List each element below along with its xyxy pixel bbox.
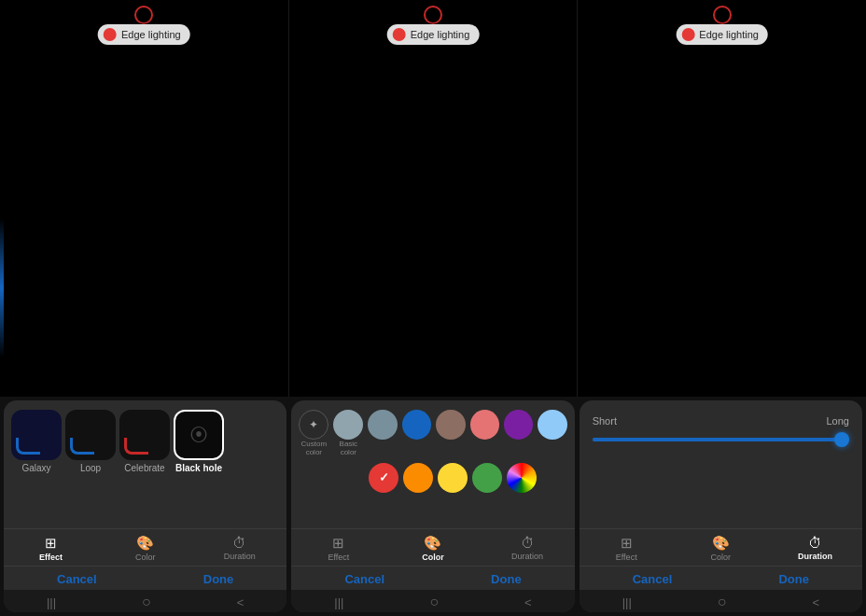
edge-dot-3 — [681, 28, 694, 41]
effect-celebrate-label: Celebrate — [124, 463, 164, 473]
color-purple[interactable] — [504, 410, 533, 440]
effect-galaxy[interactable]: Galaxy — [11, 410, 62, 473]
color-blue1[interactable] — [368, 410, 397, 440]
tab-effect-1-label: Effect — [39, 553, 63, 562]
tab-effect-1[interactable]: ⊞ Effect — [4, 529, 98, 566]
color-rainbow[interactable] — [507, 463, 537, 493]
effect-galaxy-label: Galaxy — [21, 463, 50, 473]
nav-home-1[interactable]: ○ — [142, 594, 151, 610]
color-cancel[interactable]: Cancel — [344, 572, 384, 586]
effect-actions: Cancel Done — [4, 566, 286, 590]
color-custom-label: Customcolor — [301, 441, 328, 457]
edge-label-1: Edge lighting — [121, 29, 181, 40]
edge-label-3: Edge lighting — [699, 29, 759, 40]
slider-min-label: Short — [593, 415, 617, 427]
notif-ring-3 — [713, 6, 732, 24]
nav-menu-3[interactable]: ||| — [622, 595, 632, 609]
tab-color-1-label: Color — [135, 553, 156, 562]
effect-nav: ||| ○ < — [4, 590, 286, 612]
nav-home-2[interactable]: ○ — [429, 594, 439, 610]
color-green[interactable] — [472, 463, 502, 493]
tab-duration-3[interactable]: ⏱ Duration — [768, 529, 862, 566]
tab-effect-2[interactable]: ⊞ Effect — [291, 529, 385, 566]
effect-cancel[interactable]: Cancel — [57, 572, 97, 586]
phone-panel-3: Edge lighting — [578, 0, 866, 397]
color-done[interactable]: Done — [491, 572, 522, 586]
nav-back-3[interactable]: < — [812, 595, 819, 609]
nav-menu-1[interactable]: ||| — [47, 595, 56, 609]
color-pink[interactable] — [470, 410, 499, 440]
phone-panel-2: Edge lighting — [289, 0, 579, 397]
effect-blackhole[interactable]: ⦿ Black hole — [174, 410, 224, 473]
nav-back-2[interactable]: < — [524, 595, 532, 609]
notif-ring-2 — [424, 6, 442, 24]
tab-color-3[interactable]: 🎨 Color — [674, 529, 768, 566]
duration-nav: ||| ○ < — [580, 590, 862, 612]
tab-color-3-label: Color — [711, 553, 732, 562]
color-basic-label: Basiccolor — [340, 441, 358, 457]
edge-label-2: Edge lighting — [411, 29, 470, 40]
duration-tab-bar: ⊞ Effect 🎨 Color ⏱ Duration — [580, 528, 862, 566]
color-brown[interactable] — [436, 410, 465, 440]
effect-done[interactable]: Done — [203, 572, 234, 586]
color-nav: ||| ○ < — [291, 590, 574, 612]
effect-loop-label: Loop — [80, 463, 101, 473]
color-actions: Cancel Done — [291, 566, 574, 590]
tab-duration-1[interactable]: ⏱ Duration — [192, 529, 286, 566]
tab-duration-3-label: Duration — [798, 552, 832, 561]
tab-effect-2-label: Effect — [328, 553, 349, 562]
duration-done[interactable]: Done — [778, 572, 809, 586]
tab-color-2[interactable]: 🎨 Color — [385, 529, 480, 566]
effect-tab-bar: ⊞ Effect 🎨 Color ⏱ Duration — [4, 528, 286, 566]
nav-menu-2[interactable]: ||| — [334, 595, 343, 609]
effect-celebrate[interactable]: Celebrate — [119, 410, 170, 473]
duration-actions: Cancel Done — [580, 566, 862, 590]
tab-effect-3-label: Effect — [616, 553, 637, 562]
color-orange[interactable] — [403, 463, 433, 493]
slider-track[interactable] — [593, 438, 849, 441]
slider-thumb[interactable] — [834, 432, 849, 447]
edge-dot-1 — [104, 28, 117, 41]
edge-lighting-badge-2[interactable]: Edge lighting — [387, 24, 480, 45]
color-tab-bar: ⊞ Effect 🎨 Color ⏱ Duration — [291, 528, 574, 566]
edge-dot-2 — [393, 28, 406, 41]
color-card: ✦ Customcolor Basiccolor — [291, 400, 574, 612]
color-red[interactable]: ✓ — [369, 463, 398, 493]
effect-card: Galaxy Loop Celebrate — [4, 400, 286, 612]
tab-color-1[interactable]: 🎨 Color — [98, 529, 192, 566]
slider-max-label: Long — [827, 415, 849, 427]
nav-back-1[interactable]: < — [237, 595, 244, 609]
nav-home-3[interactable]: ○ — [718, 594, 727, 610]
notif-ring-1 — [134, 6, 153, 24]
tab-effect-3[interactable]: ⊞ Effect — [580, 529, 674, 566]
color-lightblue[interactable] — [538, 410, 566, 440]
tab-duration-1-label: Duration — [224, 552, 256, 561]
phone-panel-1: Edge lighting — [0, 0, 289, 397]
effect-loop[interactable]: Loop — [65, 410, 116, 473]
effect-blackhole-label: Black hole — [175, 463, 222, 473]
tab-duration-2[interactable]: ⏱ Duration — [481, 529, 575, 566]
color-basic[interactable]: Basiccolor — [333, 410, 363, 457]
edge-glow-1 — [0, 218, 4, 357]
slider-fill — [593, 438, 837, 441]
tab-color-2-label: Color — [422, 553, 444, 562]
color-yellow[interactable] — [438, 463, 468, 493]
edge-lighting-badge-1[interactable]: Edge lighting — [98, 24, 190, 45]
edge-lighting-badge-3[interactable]: Edge lighting — [676, 24, 768, 45]
tab-duration-2-label: Duration — [511, 552, 543, 561]
color-blue2[interactable] — [402, 410, 431, 440]
color-custom[interactable]: ✦ Customcolor — [299, 410, 328, 457]
duration-cancel[interactable]: Cancel — [633, 572, 673, 586]
duration-card: Short Long ⊞ Effect 🎨 Color — [580, 400, 862, 612]
